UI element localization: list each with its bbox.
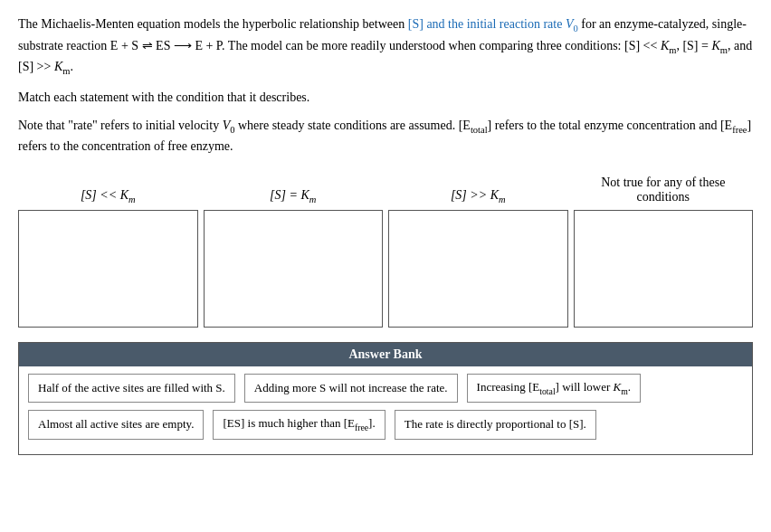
answer-card-6[interactable]: The rate is directly proportional to [S]… [395, 410, 596, 439]
intro-paragraph: The Michaelis-Menten equation models the… [18, 14, 753, 79]
column-header-1: [S] << Km [81, 172, 136, 204]
drop-column-2: [S] = Km [204, 172, 384, 328]
answer-card-2[interactable]: Adding more S will not increase the rate… [244, 374, 458, 403]
column-header-2: [S] = Km [270, 172, 316, 204]
drop-column-1: [S] << Km [18, 172, 198, 328]
answer-row-1: Half of the active sites are filled with… [28, 374, 743, 403]
note-paragraph: Note that "rate" refers to initial veloc… [18, 116, 753, 157]
drop-box-4[interactable] [574, 210, 754, 328]
column-header-4: Not true for any of these conditions [574, 172, 754, 204]
drop-column-3: [S] >> Km [388, 172, 568, 328]
intro-line1: The Michaelis-Menten equation models the… [18, 17, 752, 73]
answer-bank-header: Answer Bank [19, 343, 752, 366]
answer-card-5[interactable]: [ES] is much higher than [Efree]. [213, 410, 385, 439]
answer-bank-body: Half of the active sites are filled with… [19, 366, 752, 453]
answer-card-3[interactable]: Increasing [Etotal] will lower Km. [467, 374, 641, 403]
columns-area: [S] << Km [S] = Km [S] >> Km Not true fo… [18, 172, 753, 328]
answer-card-4[interactable]: Almost all active sites are empty. [28, 410, 204, 439]
match-instruction: Match each statement with the condition … [18, 88, 753, 107]
drop-box-1[interactable] [18, 210, 198, 328]
drop-column-4: Not true for any of these conditions [574, 172, 754, 328]
answer-bank-section: Answer Bank Half of the active sites are… [18, 342, 753, 454]
answer-row-2: Almost all active sites are empty. [ES] … [28, 410, 743, 439]
drop-box-3[interactable] [388, 210, 568, 328]
answer-card-1[interactable]: Half of the active sites are filled with… [28, 374, 235, 403]
column-header-3: [S] >> Km [451, 172, 506, 204]
drop-box-2[interactable] [204, 210, 384, 328]
